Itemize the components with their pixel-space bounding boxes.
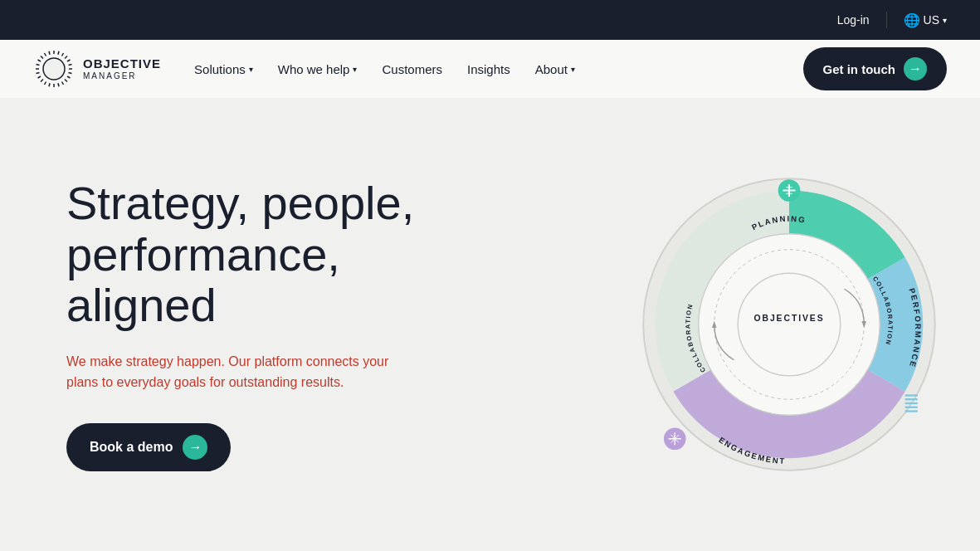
svg-point-24: [43, 58, 65, 80]
top-bar-divider: [886, 12, 887, 28]
nav-customers[interactable]: Customers: [382, 62, 442, 76]
svg-line-13: [49, 83, 50, 86]
svg-line-15: [41, 80, 43, 82]
nav-about[interactable]: About ▾: [535, 62, 575, 76]
logo-sub: MANAGER: [83, 71, 161, 80]
svg-line-11: [58, 83, 59, 86]
svg-line-8: [67, 76, 71, 78]
objectives-diagram: OBJECTIVES PLANNING COLLABORATION PERFOR…: [631, 158, 947, 490]
login-link[interactable]: Log-in: [837, 13, 870, 27]
hero-content: Strategy, people, performance, aligned W…: [66, 178, 465, 471]
nav-links: Solutions ▾ Who we help ▾ Customers Insi…: [194, 62, 575, 76]
svg-line-20: [38, 60, 41, 61]
region-label: US: [924, 13, 939, 27]
svg-line-9: [65, 80, 67, 82]
main-nav: OBJECTIVE MANAGER Solutions ▾ Who we hel…: [0, 40, 980, 98]
arrow-icon: →: [183, 435, 207, 460]
svg-line-14: [45, 82, 46, 85]
arrow-icon: →: [904, 57, 927, 80]
logo[interactable]: OBJECTIVE MANAGER: [33, 48, 161, 90]
svg-line-17: [37, 73, 40, 74]
svg-point-28: [738, 273, 841, 376]
globe-icon: 🌐: [904, 12, 920, 28]
hero-diagram: OBJECTIVES PLANNING COLLABORATION PERFOR…: [631, 158, 947, 490]
nav-who-we-help[interactable]: Who we help ▾: [278, 62, 358, 76]
logo-text: OBJECTIVE MANAGER: [83, 57, 161, 80]
chevron-down-icon: ▾: [943, 16, 947, 25]
top-bar: Log-in 🌐 US ▾: [0, 0, 980, 40]
svg-line-7: [69, 73, 72, 74]
svg-line-2: [62, 53, 64, 56]
svg-line-22: [45, 53, 46, 56]
nav-solutions[interactable]: Solutions ▾: [194, 62, 253, 76]
svg-line-23: [49, 51, 50, 55]
svg-line-19: [37, 65, 40, 66]
chevron-down-icon: ▾: [353, 65, 357, 74]
region-selector[interactable]: 🌐 US ▾: [904, 12, 947, 28]
chevron-down-icon: ▾: [249, 65, 253, 74]
logo-icon: [33, 48, 75, 90]
svg-line-5: [69, 65, 72, 66]
svg-text:OBJECTIVES: OBJECTIVES: [753, 314, 824, 323]
chevron-down-icon: ▾: [571, 65, 575, 74]
book-demo-button[interactable]: Book a demo →: [66, 423, 231, 471]
svg-line-16: [38, 76, 41, 78]
svg-line-4: [67, 60, 71, 61]
get-in-touch-button[interactable]: Get in touch →: [803, 47, 948, 90]
nav-insights[interactable]: Insights: [467, 62, 510, 76]
svg-line-1: [58, 51, 59, 55]
logo-main: OBJECTIVE: [83, 57, 161, 71]
nav-left: OBJECTIVE MANAGER Solutions ▾ Who we hel…: [33, 48, 575, 90]
svg-line-21: [41, 56, 43, 59]
hero-title: Strategy, people, performance, aligned: [66, 178, 465, 331]
hero-subtitle: We make strategy happen. Our platform co…: [66, 351, 415, 393]
svg-line-10: [62, 82, 64, 85]
hero-section: Strategy, people, performance, aligned W…: [0, 98, 980, 551]
svg-line-3: [65, 56, 67, 59]
